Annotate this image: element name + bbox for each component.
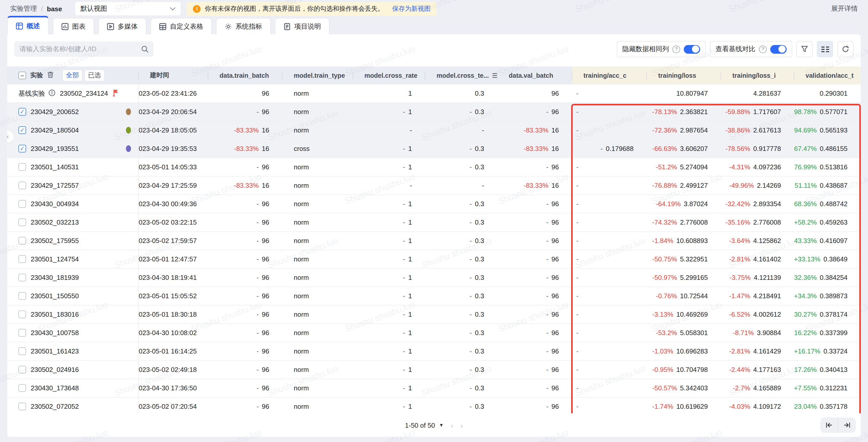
row-checkbox[interactable] — [19, 255, 26, 263]
row-checkbox[interactable] — [19, 384, 26, 392]
prev-page-button[interactable]: ‹ — [451, 421, 453, 430]
row-checkbox[interactable] — [19, 274, 26, 281]
table-row[interactable]: 230430_173648023-04-30 17:36:50-96norm-1… — [7, 379, 861, 398]
jump-to-last-column-button[interactable] — [838, 417, 856, 433]
experiment-id[interactable]: 230502_175955 — [31, 237, 79, 245]
table-row[interactable]: 230430_181939023-04-30 18:19:41-96norm-1… — [7, 269, 861, 287]
diff-percent: - — [256, 218, 259, 226]
table-row[interactable]: 230501_161423023-05-01 16:14:25-96norm-1… — [7, 342, 861, 361]
filter-selected-chip[interactable]: 已选 — [85, 70, 104, 81]
experiment-id[interactable]: 230429_172557 — [31, 182, 79, 189]
table-row[interactable]: ✓230429_200652023-04-29 20:06:54-96norm-… — [7, 103, 861, 121]
tab-media[interactable]: 多媒体 — [98, 18, 146, 34]
experiment-id[interactable]: 230430_004934 — [31, 200, 79, 208]
experiment-id[interactable]: 230430_181939 — [31, 274, 79, 281]
experiment-id[interactable]: 230501_150550 — [31, 292, 79, 300]
experiment-id[interactable]: 230430_173648 — [31, 384, 79, 392]
experiment-id[interactable]: 230501_124754 — [31, 255, 79, 263]
save-as-new-view-link[interactable]: 保存为新视图 — [392, 4, 431, 13]
table-row[interactable]: 230501_150550023-05-01 15:05:52-96norm-1… — [7, 287, 861, 306]
experiment-id[interactable]: 230502_072052 — [31, 403, 79, 410]
select-all-checkbox[interactable]: − — [19, 72, 26, 79]
info-icon[interactable] — [49, 89, 55, 97]
table-row[interactable]: 230501_183016023-05-01 18:30:18-96norm-1… — [7, 306, 861, 324]
breadcrumb-section[interactable]: 实验管理 — [10, 4, 37, 13]
table-row[interactable]: 230430_004934023-04-30 00:49:36-96norm-1… — [7, 195, 861, 213]
column-header-data-train-batch[interactable]: data.train_batch — [208, 66, 282, 85]
tab-custom-table[interactable]: 自定义表格 — [151, 18, 212, 34]
row-checkbox[interactable]: ✓ — [19, 126, 26, 134]
cell-value: 0.384254 — [820, 274, 847, 281]
row-checkbox[interactable] — [19, 218, 26, 226]
column-header-training-loss[interactable]: training/loss — [647, 66, 721, 85]
cell-value: 96 — [262, 218, 269, 226]
diff-percent: -3.75% — [730, 274, 750, 281]
row-checkbox[interactable] — [19, 200, 26, 208]
column-header-data-val-batch[interactable]: data.val_batch — [497, 66, 572, 85]
row-checkbox[interactable]: ✓ — [19, 145, 26, 153]
experiment-id[interactable]: 230501_183016 — [31, 311, 79, 318]
experiment-id[interactable]: 230429_193551 — [31, 145, 79, 153]
row-checkbox[interactable]: ✓ — [19, 108, 26, 116]
view-selector[interactable]: 默认视图 — [75, 2, 181, 15]
refresh-button[interactable] — [837, 41, 854, 57]
pagination-range[interactable]: 1-50 of 50 — [405, 421, 435, 429]
hide-same-columns-toggle[interactable] — [684, 45, 700, 54]
row-checkbox[interactable] — [19, 347, 26, 355]
page-size-caret-icon[interactable]: ▼ — [439, 422, 444, 428]
next-page-button[interactable]: › — [460, 421, 463, 430]
experiment-id[interactable]: 230502_024916 — [31, 366, 79, 374]
expand-details-button[interactable]: 展开详情 — [831, 4, 858, 13]
experiment-id[interactable]: 230502_032213 — [31, 218, 79, 226]
row-checkbox[interactable] — [19, 311, 26, 318]
row-checkbox[interactable] — [19, 292, 26, 300]
tab-charts[interactable]: 图表 — [53, 18, 94, 34]
experiment-id[interactable]: 230502_234124 — [60, 90, 108, 97]
tab-overview[interactable]: 概述 — [7, 16, 49, 34]
row-checkbox[interactable] — [19, 163, 26, 171]
column-header-training-acc-c[interactable]: training/acc_c — [572, 66, 647, 85]
tab-project-readme[interactable]: 项目说明 — [275, 18, 330, 34]
table-row[interactable]: 230429_172557023-04-29 17:25:59-83.33%16… — [7, 177, 861, 195]
table-row[interactable]: 230502_032213023-05-02 03:22:15-96norm-1… — [7, 213, 861, 232]
table-row[interactable]: 230501_124754023-05-01 12:47:57-96norm-1… — [7, 250, 861, 269]
acc-t-cell: +16.22%0.337399 — [794, 324, 861, 342]
cell-value: 0.3 — [475, 200, 484, 208]
table-row[interactable]: ✓230429_180504023-04-29 18:05:05-83.33%1… — [7, 121, 861, 140]
column-header-model-train-type[interactable]: model.train_type — [282, 66, 353, 85]
column-header-training-loss-i[interactable]: training/loss_i — [721, 66, 794, 85]
table-row[interactable]: 230502_072052023-05-02 07:20:54-96norm-1… — [7, 398, 861, 413]
table-row[interactable]: 230502_175955023-05-02 17:59:57-96norm-1… — [7, 232, 861, 250]
column-header-created-time[interactable]: 建时间 — [139, 66, 208, 85]
row-checkbox[interactable] — [19, 182, 26, 189]
filter-button[interactable] — [796, 41, 813, 57]
row-checkbox[interactable] — [19, 237, 26, 245]
filter-all-chip[interactable]: 全部 — [63, 70, 82, 81]
column-settings-button[interactable] — [817, 41, 833, 57]
row-checkbox[interactable] — [19, 329, 26, 337]
trash-icon[interactable] — [47, 71, 54, 80]
experiment-id[interactable]: 230430_100758 — [31, 329, 79, 337]
table-row[interactable]: ✓230429_193551023-04-29 19:35:53-83.33%1… — [7, 140, 861, 158]
jump-to-first-column-button[interactable] — [820, 417, 838, 433]
tab-system-metrics[interactable]: 系统指标 — [216, 18, 271, 34]
experiment-id[interactable]: 230501_140531 — [31, 163, 79, 171]
table-row[interactable]: 基线实验230502_234124023-05-02 23:41:2696nor… — [7, 85, 861, 103]
experiment-id[interactable]: 230501_161423 — [31, 347, 79, 355]
experiment-id[interactable]: 230429_180504 — [31, 126, 79, 134]
experiment-id[interactable]: 230429_200652 — [31, 108, 79, 116]
table-row[interactable]: 230501_140531023-05-01 14:05:33-96norm-1… — [7, 158, 861, 177]
baseline-compare-toggle[interactable] — [770, 45, 786, 54]
column-header-validation-acc-t[interactable]: validation/acc_t — [794, 66, 861, 85]
table-row[interactable]: 230502_024916023-05-02 02:49:18-96norm-1… — [7, 361, 861, 379]
row-checkbox[interactable] — [19, 366, 26, 374]
experiment-color-dot — [126, 127, 131, 133]
table-row[interactable]: 230430_100758023-04-30 10:08:02-96norm-1… — [7, 324, 861, 342]
column-header-model-cross-rate[interactable]: model.cross_rate — [353, 66, 425, 85]
row-checkbox[interactable] — [19, 403, 26, 410]
search-input[interactable]: 请输入实验名称/创建人/ID — [14, 41, 154, 57]
column-menu-icon[interactable]: ☰ — [492, 72, 497, 79]
experiment-cell: 基线实验230502_234124 — [7, 85, 139, 102]
column-header-model-cross-te[interactable]: model.cross_te...☰ — [425, 66, 497, 85]
breadcrumb-project[interactable]: base — [47, 5, 62, 12]
